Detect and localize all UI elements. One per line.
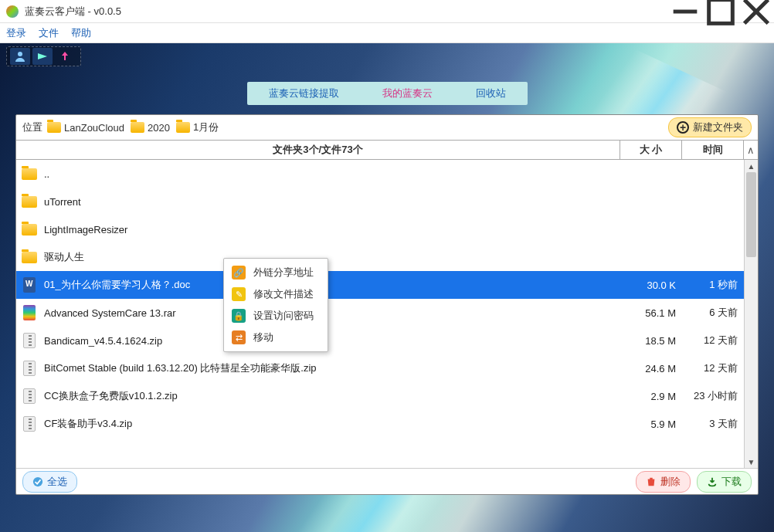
select-all-label: 全选 xyxy=(47,475,67,489)
folder-icon xyxy=(22,196,37,208)
download-label: 下载 xyxy=(721,475,742,489)
path-label: 位置 xyxy=(22,120,42,134)
menu-help[interactable]: 帮助 xyxy=(71,26,91,40)
file-time: 23 小时前 xyxy=(682,389,744,403)
tab-link-extract[interactable]: 蓝奏云链接提取 xyxy=(247,82,361,105)
file-size: 30.0 K xyxy=(620,280,682,291)
file-time: 12 天前 xyxy=(682,361,744,375)
context-menu-label: 修改文件描述 xyxy=(253,287,314,301)
context-menu-icon: ⇄ xyxy=(232,330,246,344)
table-row[interactable]: 01_为什么你需要学习人格？.doc30.0 K1 秒前 xyxy=(16,271,744,299)
file-size: 18.5 M xyxy=(620,335,682,347)
tab-recycle-bin[interactable]: 回收站 xyxy=(454,82,528,105)
context-menu: 🔗外链分享地址✎修改文件描述🔒设置访问密码⇄移动 xyxy=(223,258,328,352)
table-row[interactable]: 驱动人生 xyxy=(16,243,744,271)
table-row[interactable]: uTorrent xyxy=(16,188,744,215)
minimize-button[interactable] xyxy=(667,0,703,23)
file-name: CF装备助手v3.4.zip xyxy=(44,417,620,431)
check-circle-icon xyxy=(32,476,43,487)
context-menu-label: 外链分享地址 xyxy=(253,266,314,280)
breadcrumb: 位置 LanZouCloud20201月份 + 新建文件夹 xyxy=(16,115,758,140)
word-doc-icon xyxy=(23,277,36,293)
context-menu-item[interactable]: ⇄移动 xyxy=(224,327,328,348)
col-header-time[interactable]: 时间 xyxy=(682,141,744,159)
table-row[interactable]: Bandicam_v4.5.4.1624.zip18.5 M12 天前 xyxy=(16,327,744,354)
breadcrumb-item[interactable]: 1月份 xyxy=(176,120,219,134)
col-header-size[interactable]: 大 小 xyxy=(620,141,682,159)
file-name: LightImageResizer xyxy=(44,224,620,236)
share-icon[interactable] xyxy=(32,48,53,65)
table-row[interactable]: LightImageResizer xyxy=(16,215,744,243)
table-row[interactable]: BitComet Stable (build 1.63.12.20) 比特彗星全… xyxy=(16,354,744,382)
zip-archive-icon xyxy=(23,416,36,432)
context-menu-item[interactable]: ✎修改文件描述 xyxy=(224,283,328,305)
plus-circle-icon: + xyxy=(677,121,689,134)
file-time: 12 天前 xyxy=(682,334,744,347)
folder-icon xyxy=(131,122,144,133)
breadcrumb-item[interactable]: 2020 xyxy=(131,120,170,134)
file-name: .. xyxy=(44,168,620,180)
main-tabs: 蓝奏云链接提取 我的蓝奏云 回收站 xyxy=(0,82,774,105)
file-size: 24.6 M xyxy=(620,363,682,374)
menu-login[interactable]: 登录 xyxy=(6,26,26,40)
file-size: 56.1 M xyxy=(620,307,682,319)
menu-bar: 登录 文件 帮助 xyxy=(0,23,774,43)
folder-icon xyxy=(22,252,37,263)
scroll-up-arrow-icon[interactable]: ▲ xyxy=(745,160,758,172)
trash-icon xyxy=(646,476,657,487)
scrollbar-thumb[interactable] xyxy=(746,172,756,257)
breadcrumb-label: LanZouCloud xyxy=(64,122,124,134)
context-menu-label: 设置访问密码 xyxy=(253,309,314,323)
zip-archive-icon xyxy=(23,388,36,404)
file-name: uTorrent xyxy=(44,196,620,208)
col-header-name[interactable]: 文件夹3个/文件73个 xyxy=(16,141,620,159)
close-button[interactable] xyxy=(738,0,774,23)
file-name: 驱动人生 xyxy=(44,250,620,264)
context-menu-icon: ✎ xyxy=(232,287,246,301)
window-title: 蓝奏云客户端 - v0.0.5 xyxy=(25,5,121,19)
zip-archive-icon xyxy=(23,361,36,376)
context-menu-item[interactable]: 🔗外链分享地址 xyxy=(224,262,328,283)
delete-button[interactable]: 删除 xyxy=(636,471,691,493)
scroll-down-arrow-icon[interactable]: ▼ xyxy=(745,456,758,468)
svg-rect-1 xyxy=(709,0,733,23)
select-all-button[interactable]: 全选 xyxy=(22,471,77,493)
action-bar: 全选 删除 下载 xyxy=(16,468,758,494)
breadcrumb-item[interactable]: LanZouCloud xyxy=(47,120,124,134)
context-menu-icon: 🔒 xyxy=(232,309,246,323)
file-size: 5.9 M xyxy=(620,418,682,430)
context-menu-icon: 🔗 xyxy=(232,266,246,280)
table-row[interactable]: CC换肤盒子免费版v10.1.2.zip2.9 M23 小时前 xyxy=(16,382,744,410)
svg-point-5 xyxy=(33,476,42,486)
folder-icon xyxy=(22,224,37,236)
file-name: CC换肤盒子免费版v10.1.2.zip xyxy=(44,389,620,403)
delete-label: 删除 xyxy=(660,475,681,489)
vertical-scrollbar[interactable]: ▲ ▼ xyxy=(744,160,758,468)
upload-icon[interactable] xyxy=(55,48,75,65)
tab-my-cloud[interactable]: 我的蓝奏云 xyxy=(361,82,454,105)
table-row[interactable]: Advanced SystemCare 13.rar56.1 M6 天前 xyxy=(16,299,744,327)
file-name: 01_为什么你需要学习人格？.doc xyxy=(44,278,620,292)
menu-file[interactable]: 文件 xyxy=(39,26,59,40)
maximize-button[interactable] xyxy=(703,0,738,23)
folder-icon xyxy=(47,122,61,133)
new-folder-button[interactable]: + 新建文件夹 xyxy=(668,117,752,137)
download-button[interactable]: 下载 xyxy=(697,471,752,493)
new-folder-label: 新建文件夹 xyxy=(693,120,743,134)
file-name: Bandicam_v4.5.4.1624.zip xyxy=(44,335,620,347)
title-bar: 蓝奏云客户端 - v0.0.5 xyxy=(0,0,774,23)
breadcrumb-label: 1月份 xyxy=(193,120,219,134)
folder-icon xyxy=(176,122,190,133)
context-menu-item[interactable]: 🔒设置访问密码 xyxy=(224,305,328,327)
download-icon xyxy=(707,476,718,487)
file-panel: 位置 LanZouCloud20201月份 + 新建文件夹 文件夹3个/文件73… xyxy=(15,114,759,495)
account-icon[interactable] xyxy=(10,48,30,65)
context-menu-label: 移动 xyxy=(253,330,273,344)
table-row[interactable]: .. xyxy=(16,160,744,188)
file-time: 6 天前 xyxy=(682,306,744,320)
breadcrumb-label: 2020 xyxy=(148,122,170,134)
scroll-up-icon[interactable]: ∧ xyxy=(744,141,758,159)
file-size: 2.9 M xyxy=(620,391,682,402)
table-header: 文件夹3个/文件73个 大 小 时间 ∧ xyxy=(16,140,758,160)
table-row[interactable]: CF装备助手v3.4.zip5.9 M3 天前 xyxy=(16,410,744,438)
